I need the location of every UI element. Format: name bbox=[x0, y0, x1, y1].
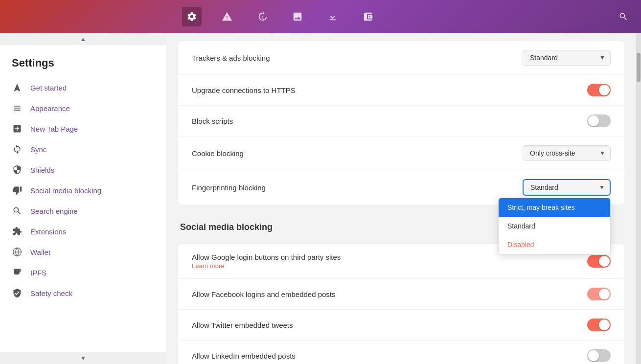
new-tab-page-icon bbox=[12, 123, 23, 134]
trackers-ads-value: Standard bbox=[530, 54, 558, 62]
linkedin-embedded-toggle[interactable] bbox=[587, 349, 611, 362]
sidebar-item-search-engine[interactable]: Search engine bbox=[0, 201, 166, 221]
facebook-login-label: Allow Facebook logins and embedded posts bbox=[192, 290, 336, 298]
content-area: Trackers & ads blocking Standard ▼ Upgra… bbox=[166, 33, 636, 364]
google-login-label: Allow Google login buttons on third part… bbox=[192, 253, 341, 261]
twitter-embedded-toggle-knob bbox=[599, 319, 610, 330]
facebook-login-row: Allow Facebook logins and embedded posts bbox=[178, 279, 624, 310]
fingerprinting-row: Fingerprinting blocking Standard ▼ Stric… bbox=[178, 170, 624, 205]
https-row: Upgrade connections to HTTPS bbox=[178, 75, 624, 106]
cookie-blocking-label: Cookie blocking bbox=[192, 149, 244, 158]
fingerprinting-option-disabled[interactable]: Disabled bbox=[499, 235, 610, 254]
sidebar-scroll-down[interactable]: ▼ bbox=[0, 352, 166, 364]
get-started-icon bbox=[12, 82, 23, 93]
twitter-embedded-label: Allow Twitter embedded tweets bbox=[192, 321, 293, 329]
social-settings-card: Allow Google login buttons on third part… bbox=[178, 244, 624, 364]
google-login-toggle-knob bbox=[599, 256, 610, 267]
image-toolbar-icon[interactable] bbox=[288, 7, 307, 26]
right-scrollbar-thumb bbox=[637, 53, 641, 82]
sidebar-scroll: Settings Get started Appearance New Tab … bbox=[0, 45, 166, 352]
facebook-login-toggle-knob bbox=[599, 289, 610, 299]
cookie-blocking-arrow: ▼ bbox=[599, 150, 605, 157]
fingerprinting-option-standard[interactable]: Standard bbox=[499, 217, 610, 235]
sidebar-item-label-shields: Shields bbox=[30, 166, 54, 174]
sidebar-scroll-up[interactable]: ▲ bbox=[0, 33, 166, 45]
https-toggle-knob bbox=[599, 85, 610, 95]
shields-icon bbox=[12, 164, 23, 175]
sidebar-item-label-new-tab-page: New Tab Page bbox=[30, 125, 78, 133]
search-toolbar-button[interactable] bbox=[614, 7, 633, 26]
history-toolbar-icon[interactable] bbox=[252, 7, 272, 26]
linkedin-embedded-toggle-knob bbox=[588, 350, 599, 361]
block-scripts-label: Block scripts bbox=[192, 117, 233, 125]
warning-toolbar-icon[interactable] bbox=[217, 7, 237, 26]
fingerprinting-dropdown: Strict, may break sites Standard Disable… bbox=[498, 198, 611, 254]
fingerprinting-label: Fingerprinting blocking bbox=[192, 183, 266, 192]
sidebar-item-wallet[interactable]: Wallet bbox=[0, 242, 166, 262]
sidebar: ▲ Settings Get started Appearance New Ta bbox=[0, 33, 166, 364]
trackers-ads-select[interactable]: Standard ▼ bbox=[523, 50, 611, 66]
ipfs-icon bbox=[12, 267, 23, 278]
sidebar-item-label-sync: Sync bbox=[30, 145, 46, 154]
toolbar bbox=[0, 0, 641, 33]
trackers-ads-label: Trackers & ads blocking bbox=[192, 54, 270, 62]
sidebar-item-label-social-media-blocking: Social media blocking bbox=[30, 186, 101, 195]
wallet-toolbar-icon-btn[interactable] bbox=[358, 7, 378, 26]
sidebar-item-label-appearance: Appearance bbox=[30, 104, 70, 113]
linkedin-embedded-label: Allow LinkedIn embedded posts bbox=[192, 352, 296, 360]
sidebar-item-label-safety-check: Safety check bbox=[30, 289, 72, 297]
cookie-blocking-value: Only cross-site bbox=[530, 149, 575, 157]
sidebar-item-label-wallet: Wallet bbox=[30, 248, 50, 256]
appearance-icon bbox=[12, 103, 23, 114]
sidebar-item-label-search-engine: Search engine bbox=[30, 207, 78, 215]
linkedin-embedded-row: Allow LinkedIn embedded posts bbox=[178, 341, 624, 364]
sidebar-item-sync[interactable]: Sync bbox=[0, 139, 166, 159]
block-scripts-row: Block scripts bbox=[178, 106, 624, 136]
sidebar-item-label-extensions: Extensions bbox=[30, 228, 66, 236]
facebook-login-toggle[interactable] bbox=[587, 288, 611, 300]
trackers-ads-row: Trackers & ads blocking Standard ▼ bbox=[178, 41, 624, 75]
sidebar-item-shields[interactable]: Shields bbox=[0, 159, 166, 180]
settings-toolbar-icon[interactable] bbox=[182, 7, 202, 26]
block-scripts-toggle-knob bbox=[588, 115, 599, 126]
sidebar-item-ipfs[interactable]: IPFS bbox=[0, 262, 166, 283]
fingerprinting-value: Standard bbox=[530, 183, 558, 191]
sidebar-item-label-ipfs: IPFS bbox=[30, 269, 46, 277]
sync-icon bbox=[12, 144, 23, 155]
fingerprinting-arrow: ▼ bbox=[599, 184, 605, 191]
sidebar-item-get-started[interactable]: Get started bbox=[0, 77, 166, 98]
fingerprinting-option-strict[interactable]: Strict, may break sites bbox=[499, 198, 610, 217]
extensions-icon bbox=[12, 226, 23, 237]
sidebar-item-label-get-started: Get started bbox=[30, 84, 67, 92]
sidebar-item-extensions[interactable]: Extensions bbox=[0, 221, 166, 242]
sidebar-item-safety-check[interactable]: Safety check bbox=[0, 283, 166, 303]
safety-check-icon bbox=[12, 288, 23, 298]
sidebar-title: Settings bbox=[0, 53, 166, 77]
https-label: Upgrade connections to HTTPS bbox=[192, 86, 296, 94]
google-login-toggle[interactable] bbox=[587, 255, 611, 268]
search-engine-icon bbox=[12, 205, 23, 216]
download-toolbar-icon[interactable] bbox=[323, 7, 343, 26]
toolbar-icons bbox=[174, 7, 614, 26]
google-login-left: Allow Google login buttons on third part… bbox=[192, 253, 341, 270]
https-toggle[interactable] bbox=[587, 84, 611, 96]
cookie-blocking-select[interactable]: Only cross-site ▼ bbox=[523, 145, 611, 161]
block-scripts-toggle[interactable] bbox=[587, 114, 611, 127]
social-media-blocking-icon bbox=[12, 185, 23, 196]
sidebar-item-social-media-blocking[interactable]: Social media blocking bbox=[0, 180, 166, 201]
right-scrollbar[interactable] bbox=[636, 33, 641, 364]
wallet-icon bbox=[12, 247, 23, 257]
main-layout: ▲ Settings Get started Appearance New Ta bbox=[0, 33, 641, 364]
twitter-embedded-toggle[interactable] bbox=[587, 318, 611, 331]
fingerprinting-select[interactable]: Standard ▼ bbox=[523, 179, 611, 196]
google-login-learn-more[interactable]: Learn more bbox=[192, 262, 341, 270]
shields-settings-card: Trackers & ads blocking Standard ▼ Upgra… bbox=[178, 41, 624, 205]
sidebar-item-new-tab-page[interactable]: New Tab Page bbox=[0, 118, 166, 139]
sidebar-item-appearance[interactable]: Appearance bbox=[0, 98, 166, 118]
twitter-embedded-row: Allow Twitter embedded tweets bbox=[178, 310, 624, 341]
trackers-ads-arrow: ▼ bbox=[599, 54, 605, 61]
cookie-blocking-row: Cookie blocking Only cross-site ▼ bbox=[178, 136, 624, 170]
